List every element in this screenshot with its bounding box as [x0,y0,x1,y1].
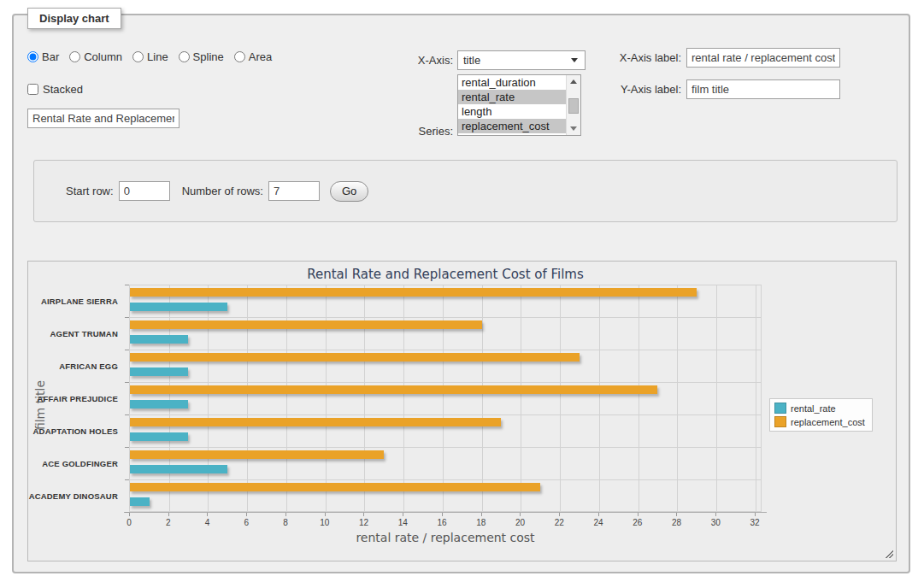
category-row [130,448,761,480]
dropdown-arrow-icon [571,58,578,62]
category-row [130,383,761,415]
category-row [130,285,761,318]
bar-replacement_cost [130,418,501,426]
y-tick-mark [125,285,129,285]
series-option-replacement_cost[interactable]: replacement_cost [458,119,566,133]
y-tick-mark [125,350,129,350]
bar-replacement_cost [130,483,540,491]
scroll-up-button[interactable] [567,75,580,88]
category-label: ACADEMY DINOSAUR [28,479,124,512]
x-tick-mark [403,513,403,516]
x-axis-select[interactable]: title [457,50,586,70]
x-axis-title: rental rate / replacement cost [129,531,762,544]
x-tick-mark [363,513,364,516]
x-tick-mark [715,513,716,516]
chart-type-radio-area[interactable] [234,51,245,62]
chart-type-radio-bar[interactable] [27,51,38,62]
y-axis-label-input[interactable] [686,79,840,99]
bar-replacement_cost [130,320,482,329]
category-labels: AIRPLANE SIERRAAGENT TRUMANAFRICAN EGGAF… [28,285,124,512]
display-chart-fieldset: Display chart BarColumnLineSplineArea St… [12,14,910,573]
x-tick-mark [638,513,639,516]
series-option-length[interactable]: length [458,104,566,119]
stacked-checkbox[interactable] [27,84,38,95]
category-label: AFRICAN EGG [28,350,124,382]
series-option-rental_rate[interactable]: rental_rate [458,90,566,104]
num-rows-input[interactable] [268,181,320,201]
x-tick-mark [481,513,482,516]
x-tick-label: 0 [127,518,132,527]
x-tick-mark [520,513,521,516]
chart-type-label-area[interactable]: Area [249,50,272,63]
x-tick-label: 16 [437,518,446,527]
x-tick-label: 30 [711,518,721,527]
x-axis-select-label: X-Axis: [390,54,453,67]
bar-rental_rate [130,367,188,376]
x-axis-selected-value: title [463,54,480,67]
x-tick-mark [207,513,208,516]
plot-area [129,285,762,512]
category-label: ACE GOLDFINGER [28,447,124,479]
x-tick-label: 24 [593,518,603,527]
scrollbar-thumb[interactable] [568,98,579,114]
chart-type-label-column[interactable]: Column [84,50,122,63]
category-label: AIRPLANE SIERRA [28,285,124,317]
x-tick-label: 20 [515,518,525,527]
legend-item-replacement_cost: replacement_cost [774,416,865,427]
start-row-label: Start row: [66,185,114,197]
category-label: AFFAIR PREJUDICE [28,382,124,414]
bar-replacement_cost [130,450,384,459]
stacked-label: Stacked [43,83,83,96]
resize-handle-icon[interactable] [884,549,893,558]
legend-label: replacement_cost [791,417,865,427]
chart-type-radio-line[interactable] [132,51,144,62]
chart-type-radio-column[interactable] [69,51,80,62]
bar-rental_rate [130,335,188,344]
x-tick-mark [598,513,599,516]
category-row [130,415,761,448]
x-axis-label-field-label: X-Axis label: [612,51,681,64]
x-tick-mark [676,513,677,516]
chart-type-label-line[interactable]: Line [147,50,168,63]
bar-rental_rate [130,303,227,311]
go-button[interactable]: Go [330,181,368,202]
x-tick-label: 14 [398,518,408,527]
x-tick-mark [168,513,169,516]
chart-type-radio-spline[interactable] [179,51,190,62]
series-select-label: Series: [381,125,453,138]
category-row [130,318,761,350]
y-tick-mark [125,317,129,318]
x-tick-label: 18 [476,518,486,527]
x-tick-label: 28 [672,518,681,527]
bar-replacement_cost [130,353,580,362]
chart-type-label-spline[interactable]: Spline [193,50,224,63]
x-tick-label: 12 [359,518,368,527]
stacked-row: Stacked [27,83,83,96]
scroll-down-button[interactable] [567,122,580,135]
y-tick-mark [125,414,129,415]
start-row-input[interactable] [119,181,170,201]
x-axis-line [124,512,767,513]
y-tick-mark [125,382,129,383]
category-row [130,350,761,383]
x-axis-label-input[interactable] [686,48,840,68]
x-tick-label: 10 [320,518,329,527]
series-scrollbar[interactable] [566,75,580,135]
category-label: AGENT TRUMAN [28,317,124,350]
bar-replacement_cost [130,385,657,394]
x-tick-label: 2 [166,518,171,527]
y-tick-mark [125,447,129,448]
legend-swatch-icon [774,416,786,427]
chart-title-input[interactable] [27,109,180,128]
bar-replacement_cost [130,288,697,297]
scrollbar-track[interactable] [567,88,580,122]
chart-legend: rental_ratereplacement_cost [769,398,873,432]
x-tick-mark [129,513,130,516]
bar-rental_rate [130,497,150,506]
series-multiselect[interactable]: rental_durationrental_ratelengthreplacem… [457,74,581,136]
page: Display chart BarColumnLineSplineArea St… [0,0,924,582]
series-option-rental_duration[interactable]: rental_duration [458,75,566,90]
bar-rental_rate [130,432,188,441]
num-rows-label: Number of rows: [182,185,263,197]
chart-type-label-bar[interactable]: Bar [42,50,59,63]
